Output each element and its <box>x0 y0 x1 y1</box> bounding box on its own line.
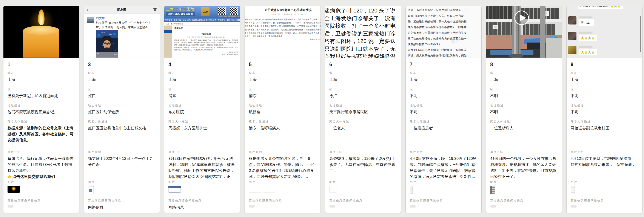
field-value-address: 不明 <box>490 109 558 115</box>
property-city: 城市 上海 <box>8 71 75 82</box>
wechat-thumbnail-icon[interactable] <box>88 186 94 194</box>
property-event-intro: 事件介绍 3月23日在家中哮喘发作，用药后无法缓解。19时，家属驾车送其就诊，被… <box>168 150 236 180</box>
field-value-deceased: 一位老人 <box>329 125 397 131</box>
hospital-site-subname: 同济大学附属东方医院 <box>166 12 195 16</box>
avatar <box>568 32 576 40</box>
field-label-district: 区 <box>8 87 75 91</box>
property-direct-or-indirect: 直接信息还是间接信息 <box>410 199 477 208</box>
field-label-direct: 直接信息还是间接信息 <box>410 199 477 203</box>
gallery-card[interactable]: 微博 微博 医院。当时有些低烧，但是发热门诊在消杀，于 是在门口的黑夜里等待了很… <box>406 6 482 213</box>
hospital-100-emblem: 100 <box>201 7 210 16</box>
hospital-article-body: 周盛妮为我院护士，一直在院内从事护理相关工作。3月23日在家中哮喘发作，用药后无… <box>174 39 238 51</box>
site-thumbnail-icon[interactable] <box>168 186 181 193</box>
gallery-card[interactable]: 关于对浦东120急救中心的调查情况 【信息来源：】【信息时间：2022-03-3… <box>245 6 320 213</box>
field-value-address: 不明 <box>571 109 638 115</box>
hospital-site-nav: 医院概况 | 名医名家 | 科室介绍 | 党建园地 | 医政管理 | 医学教育 … <box>164 18 240 22</box>
field-value-address: 他们不应该被漠视甚至忘记。 <box>8 109 75 115</box>
event-text: 根据患者女儿公布的时间线，早上 8 点，其父哮喘发作、晕倒。随后，小区 2 名做… <box>249 156 315 179</box>
property-city: 城市 上海 <box>168 71 236 82</box>
property-direct-or-indirect: 直接信息还是间接信息 网络信息 <box>168 199 236 210</box>
card-cover-candle-photo <box>4 6 79 58</box>
event-text: 钱文雄于2022年4月12日下午一点十九分自杀 <box>88 156 153 167</box>
field-label-address: 地址描述 <box>249 104 316 107</box>
field-label-city: 城市 <box>249 71 316 75</box>
text-thumbnail-icon[interactable] <box>329 186 336 193</box>
image-thumbnails <box>249 186 316 195</box>
document-meta: 【信息来源：】【信息时间：2022-03-31】 <box>245 13 320 16</box>
property-image: 图片 <box>571 180 638 195</box>
card-title-number: 5 <box>249 62 316 67</box>
property-event-intro: 事件介绍 高烧昏迷，核酸阴，120来了说发热门诊关了。无奈在家中降温，在昏迷中离… <box>329 150 397 174</box>
property-district: 区 徐汇 <box>329 87 397 99</box>
card-cover-chat-screenshot: 只有其女儿眼见其病逝...🙏🙏🙏 啊，这。 🙏🙏🙏🙏 🙏🙏🙏🙏 <box>566 6 642 58</box>
chat-thumbnail-icon[interactable] <box>571 186 575 194</box>
property-address: 地址描述 航昌路 <box>249 104 316 115</box>
empty-select-pill <box>329 205 335 208</box>
property-district: 区 虹口 <box>88 87 156 99</box>
submit-info-link[interactable]: 👉点击这里提交信息给我们 <box>8 174 75 180</box>
gallery-card[interactable]: 1 城市 上海 区 没有死于新冠，却因新冠而死 地址描述 他们不应该被漠视甚至忘… <box>4 6 79 213</box>
gallery-card[interactable]: ‹ 朋友圈 钱文雄 钱文雄于2022年4月12日下午一点十九分去世。疫情期间一切… <box>84 6 160 213</box>
property-image: 图片 <box>168 180 236 195</box>
property-deceased-description: 死者大体描述 一位透析病人 <box>490 120 558 131</box>
candle-thumbnail-icon[interactable] <box>8 186 20 193</box>
gallery-card[interactable]: 8 城市 上海 区 不明 地址描述 不明 死者大体描述 一位透析病人 事件介绍 … <box>486 6 562 213</box>
field-label-deceased: 死者大体描述 <box>490 120 558 124</box>
chat-message: 啊，这。 <box>578 19 594 26</box>
field-label-image: 图片 <box>249 180 316 184</box>
doc-thumbnail-icon[interactable] <box>249 186 261 193</box>
chat-message-row: 🙏🙏🙏🙏 <box>568 46 639 55</box>
thin-thumbnail-icon[interactable] <box>410 186 412 194</box>
card-title-number: 7 <box>410 62 477 67</box>
field-label-address: 地址描述 <box>410 104 477 107</box>
chat-message: 🙏🙏🙏🙏 <box>578 35 597 41</box>
gallery-card[interactable]: 上海市东方医院 同济大学附属东方医院 100 微信二维码 患者移动服务平台 医院… <box>164 6 240 213</box>
field-label-city: 城市 <box>571 71 638 75</box>
field-label-image: 图片 <box>490 180 558 184</box>
field-label-image: 图片 <box>168 180 236 184</box>
field-value-city: 上海 <box>329 76 397 82</box>
gallery-card[interactable]: 只有其女儿眼见其病逝...🙏🙏🙏 啊，这。 🙏🙏🙏🙏 🙏🙏🙏🙏 9 城 <box>566 6 642 213</box>
field-label-district: 区 <box>571 87 638 91</box>
chat-username-blurred <box>578 16 592 18</box>
wechat-header: ‹ 朋友圈 <box>84 6 160 13</box>
field-value-district: 不明 <box>490 93 558 99</box>
property-deceased-description: 死者大体描述 网信证券副总裁韦桂国 <box>571 120 638 131</box>
field-label-direct: 直接信息还是间接信息 <box>490 199 558 203</box>
hospital-article-signature: 上海市东方医院 同济大学附属东方医院 <box>174 51 238 56</box>
field-label-city: 城市 <box>88 71 156 75</box>
building-thumbnail-icon[interactable] <box>490 186 495 194</box>
field-label-district: 区 <box>168 87 236 91</box>
screenshot-text: 医院。当时有些低烧，但是发热门诊在消杀，于 是在门口的黑夜里等待了很久。可是由于… <box>408 7 482 58</box>
property-district: 区 不明 <box>410 87 477 99</box>
field-label-deceased: 死者大体描述 <box>88 120 156 124</box>
chat-username-blurred <box>578 32 592 34</box>
field-label-event: 事件介绍 <box>8 150 75 154</box>
event-text: 4月6日的一个视频，一位女性在撕心裂肺地哭泣。据视频描述，她的亲人要做透析，出不… <box>490 156 556 179</box>
hospital-site-main: 最新动态 情况说明 作者：系统管理员 发表于：2022/3/25 2:41:41… <box>172 25 240 58</box>
field-label-address: 地址描述 <box>490 104 558 107</box>
empty-select-pill <box>8 205 14 208</box>
field-label-district: 区 <box>410 87 477 91</box>
chat-message-row: 🙏🙏🙏🙏 <box>568 32 639 41</box>
field-value-district: 浦东 <box>168 93 236 99</box>
property-deceased-description: 死者大体描述 一位癌症患者 <box>410 120 477 131</box>
property-image: 图片 <box>329 180 397 195</box>
image-thumbnails <box>490 186 558 195</box>
scrollbar[interactable] <box>640 16 641 52</box>
property-district: 区 不明 <box>571 87 638 99</box>
field-label-district: 区 <box>329 87 397 91</box>
field-value-deceased: 网信证券副总裁韦桂国 <box>571 125 638 131</box>
field-value-event: 根据患者女儿公布的时间线，早上 8 点，其父哮喘发作、晕倒。随后，小区 2 名做… <box>249 156 316 180</box>
document-page: 关于对浦东120急救中心的调查情况 【信息来源：】【信息时间：2022-03-3… <box>245 8 320 41</box>
property-event-intro: 事件介绍 4月12日传出消息，韦桂国因脑溢血、封控期间联系救治未果，于家中病逝。 <box>571 150 638 168</box>
doc-thumbnail-icon[interactable] <box>263 186 275 193</box>
screenshot-text: 迷病危了叫 120，120 来了说 全上海发热门诊都关了，没有 医院接收，打了一… <box>325 7 401 58</box>
field-label-deceased: 死者大体描述 <box>8 120 75 124</box>
field-label-address: 地址描述 <box>571 104 638 107</box>
field-label-city: 城市 <box>490 71 558 75</box>
gallery-card[interactable]: 迷病危了叫 120，120 来了说 全上海发热门诊都关了，没有 医院接收，打了一… <box>325 6 401 213</box>
card-title-number: 9 <box>571 62 638 67</box>
card-cover-weibo-text-screenshot: 微博 微博 医院。当时有些低烧，但是发热门诊在消杀，于 是在门口的黑夜里等待了很… <box>406 6 482 58</box>
field-label-city: 城市 <box>410 71 477 75</box>
